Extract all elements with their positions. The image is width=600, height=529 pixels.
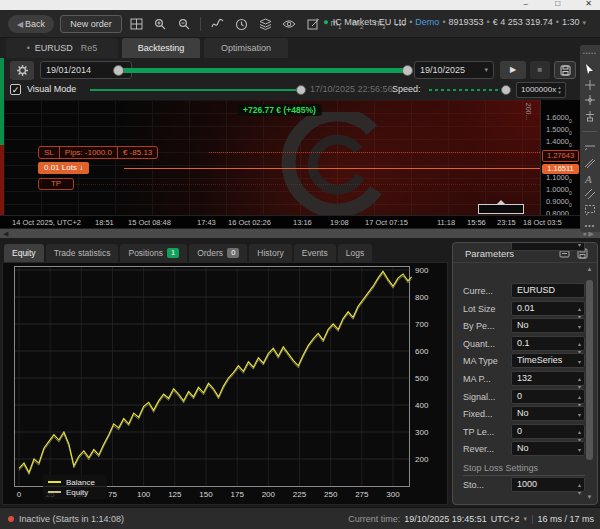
account-type: Demo [415,17,439,27]
chart-edit-icon[interactable] [305,16,321,32]
timezone-selector[interactable]: UTC+2 [491,514,520,524]
window-maximize-button[interactable]: □ [555,0,560,8]
cursor-icon[interactable] [582,63,598,76]
save-backtest-button[interactable] [554,61,576,79]
visual-mode-checkbox[interactable]: ✓ [10,84,21,95]
time-axis[interactable]: 14 Oct 2025, UTC+218:5115 Oct 08:4817:43… [0,215,580,228]
horizontal-line-icon[interactable] [582,141,598,154]
parameter-spinner-input[interactable]: 0.1▴▾ [511,336,585,351]
parameter-text-input[interactable]: EURUSD [511,283,585,298]
text-annotation-icon[interactable]: A [582,172,598,185]
stop-loss-label[interactable]: SLPips: -1000.0€ -85.13 [38,146,158,159]
bot-status: Inactive (Starts in 1:14:08) [8,514,124,524]
parameter-label: Fixed... [463,409,493,419]
tab-orders[interactable]: Orders0 [189,244,247,262]
scrollbar-thumb[interactable] [586,280,593,460]
account-number: 8919353 [449,17,484,27]
progress-handle[interactable] [296,85,306,95]
tab-instrument[interactable]: •EURUSDRe5 [6,38,118,58]
new-order-button[interactable]: New order [60,15,122,33]
parallel-lines-icon[interactable] [582,188,598,201]
tab-positions[interactable]: Positions1 [120,244,187,262]
trend-line-icon[interactable] [582,157,598,170]
parameters-scrollbar[interactable]: ▲ ▼ [585,266,594,500]
tab-logs[interactable]: Logs [338,244,372,262]
chevron-down-icon: ▾ [524,515,528,523]
crosshair-alt-icon[interactable] [582,94,598,107]
zoom-in-icon[interactable] [152,16,168,32]
parameter-dropdown-input[interactable]: No▾ [511,406,585,421]
progress-slider[interactable] [90,89,300,91]
parameter-spinner-input[interactable]: 132▴▾ [511,371,585,386]
time-tick: 13:16 [293,218,312,227]
parameter-spinner-input[interactable]: 0▴▾ [511,424,585,439]
scroll-up-icon[interactable]: ▲ [585,266,594,272]
eye-icon[interactable] [281,16,297,32]
tab-trade-statistics[interactable]: Trade statistics [46,244,119,262]
selection-grid-icon[interactable] [582,204,598,217]
save-icon [560,65,571,76]
tab-backtesting[interactable]: Backtesting [122,38,200,58]
equity-y-tick: 300 [415,428,428,437]
scroll-down-icon[interactable]: ▼ [585,494,594,500]
back-button[interactable]: ◀Back [8,15,54,33]
zoom-out-icon[interactable] [176,16,192,32]
tab-optimisation[interactable]: Optimisation [204,38,288,58]
account-info[interactable]: ●IC Markets EU Ltd•Demo•8919353•€ 4 253 … [323,17,586,27]
grip: ••••• [582,47,598,60]
parameters-panel: Parameters ▾ Curre...EURUSDLot Size0.01▴… [452,242,598,505]
crosshair-icon[interactable] [582,78,598,91]
chart-frames-icon[interactable] [128,16,144,32]
spinner-arrows-icon[interactable]: ▴▾ [578,481,581,497]
stop-loss-line[interactable] [209,152,540,153]
chart-horizontal-scrollbar[interactable]: ◀ ● ▶ [0,229,600,238]
tab-equity[interactable]: Equity [4,244,44,262]
separator: | [531,514,533,524]
parameter-spinner-input[interactable]: 0.01▴▾ [511,301,585,316]
chevron-down-icon: ▾ [578,446,581,454]
stop-button[interactable]: ■ [530,61,550,79]
range-end-handle[interactable] [402,65,413,76]
parameter-spinner-input[interactable]: 1000▴▾ [511,477,585,492]
take-profit-label[interactable]: TP [38,178,74,190]
price-axis[interactable]: 1.27643 1.16511 1.600001.500001.400001.1… [540,100,580,215]
tab-history[interactable]: History [249,244,291,262]
tab-label: Events [302,244,328,262]
window-close-button[interactable]: ✕ [585,0,592,8]
indicators-icon[interactable] [209,16,225,32]
scroll-left-icon[interactable]: ◀ [3,229,8,238]
position-label[interactable]: 0.01 Lots ↓ [38,162,89,174]
backtest-settings-button[interactable] [10,61,34,80]
equity-x-tick: 300 [383,490,403,499]
position-entry-line[interactable] [124,168,540,169]
range-start-handle[interactable] [113,65,124,76]
speed-input[interactable]: 1000000x ▴▾ [516,82,566,98]
clipped-parameter-control[interactable]: ▾ [511,242,585,251]
parameter-value: TimeSeries [517,355,562,365]
speed-slider[interactable] [429,89,505,91]
more-icon[interactable]: ••• [582,219,598,232]
tab-events[interactable]: Events [294,244,336,262]
parameter-dropdown-input[interactable]: TimeSeries▾ [511,353,585,368]
speed-handle[interactable] [501,85,511,95]
time-tick: 15:56 [467,218,486,227]
equity-chart-panel[interactable]: 900800700600500400300200 025507510012515… [2,262,448,505]
profit-loss-badge: +726.77 € (+485%) [237,104,322,116]
play-button[interactable]: ▶ [500,61,526,79]
end-date-input[interactable]: 19/10/2025▾ [414,61,494,79]
layers-icon[interactable] [257,16,273,32]
parameters-section-header: Stop Loss Settings [463,463,538,473]
parameter-dropdown-input[interactable]: No▾ [511,318,585,333]
parameter-dropdown-input[interactable]: No▾ [511,441,585,456]
clock-icon[interactable] [233,16,249,32]
equity-x-tick: 0 [9,490,29,499]
take-profit-line[interactable] [76,184,540,185]
crosshair-target-icon[interactable] [582,110,598,123]
equity-x-tick: 250 [321,490,341,499]
window-minimize-button[interactable]: – [524,0,528,8]
price-chart[interactable]: +726.77 € (+485%) SLPips: -1000.0€ -85.1… [4,100,540,215]
timeline-position-marker[interactable] [478,204,524,214]
spinner-arrows-icon[interactable]: ▴▾ [555,83,564,97]
parameter-spinner-input[interactable]: 0▴▾ [511,389,585,404]
date-range-slider[interactable] [118,68,408,73]
